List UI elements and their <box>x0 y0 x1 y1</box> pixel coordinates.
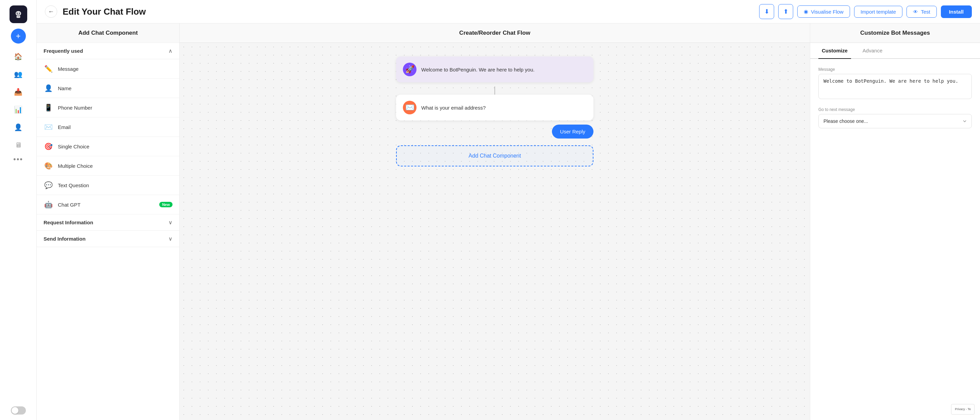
component-label-text-question: Text Question <box>58 183 89 188</box>
frequently-used-list: ✏️ Message 👤 Name 📱 Phone Number ✉️ Emai… <box>37 59 179 215</box>
install-label: Install <box>949 9 964 14</box>
phone-icon: 📱 <box>43 103 53 112</box>
component-label-phone: Phone Number <box>58 105 92 111</box>
name-icon: 👤 <box>43 83 53 93</box>
header-actions: ⬇ ⬆ ◉ Visualise Flow Import template 👁 T… <box>759 4 972 19</box>
tab-advance[interactable]: Advance <box>859 43 886 59</box>
back-arrow-icon: ← <box>48 8 54 15</box>
recaptcha-badge: Privacy - Te <box>951 404 975 415</box>
eye-icon: 👁 <box>913 9 918 14</box>
flow-canvas[interactable]: 🚀 Welcome to BotPenguin. We are here to … <box>180 43 810 420</box>
go-to-next-label: Go to next message <box>818 107 972 112</box>
frequently-used-label: Frequently used <box>43 48 83 54</box>
component-label-message: Message <box>58 66 79 72</box>
home-icon: 🏠 <box>14 52 22 60</box>
back-button[interactable]: ← <box>45 5 57 18</box>
add-chat-component-box[interactable]: Add Chat Component <box>396 145 593 166</box>
install-button[interactable]: Install <box>941 5 972 18</box>
header: ← Edit Your Chat Flow ⬇ ⬆ ◉ Visualise Fl… <box>37 0 980 24</box>
component-item-multiple-choice[interactable]: 🎨 Multiple Choice <box>37 156 179 176</box>
inbox-icon: 📥 <box>14 88 22 96</box>
new-badge: New <box>159 202 172 207</box>
contacts-nav-button[interactable]: 👥 <box>11 67 26 82</box>
left-panel-header: Add Chat Component <box>37 24 179 43</box>
welcome-node[interactable]: 🚀 Welcome to BotPenguin. We are here to … <box>396 57 593 83</box>
component-item-phone-number[interactable]: 📱 Phone Number <box>37 98 179 118</box>
middle-panel: Create/Reorder Chat Flow 🚀 Welcome to Bo… <box>180 24 810 420</box>
component-label-chat-gpt: Chat GPT <box>58 202 81 208</box>
send-information-section-header[interactable]: Send Information ∨ <box>37 231 179 247</box>
email-node-icon: ✉️ <box>403 101 417 115</box>
message-field: Message <box>818 67 972 100</box>
message-icon: ✏️ <box>43 64 53 73</box>
analytics-icon: 📊 <box>14 105 22 114</box>
visualise-label: Visualise Flow <box>811 9 843 14</box>
right-panel: Customize Bot Messages Customize Advance… <box>810 24 980 420</box>
single-choice-icon: 🎯 <box>43 142 53 151</box>
component-label-name: Name <box>58 86 72 91</box>
chevron-down-request-icon: ∨ <box>169 219 172 226</box>
download-icon: ⬇ <box>764 8 769 15</box>
download-button[interactable]: ⬇ <box>759 4 774 19</box>
svg-point-1 <box>16 11 21 16</box>
go-to-next-field: Go to next message Please choose one... <box>818 107 972 128</box>
multiple-choice-icon: 🎨 <box>43 161 53 170</box>
visualise-icon: ◉ <box>804 8 808 14</box>
middle-panel-header: Create/Reorder Chat Flow <box>180 24 810 43</box>
chat-gpt-icon: 🤖 <box>43 200 53 209</box>
more-button[interactable]: ••• <box>11 155 26 163</box>
request-information-label: Request Information <box>43 220 93 225</box>
add-button[interactable]: + <box>11 29 26 44</box>
upload-button[interactable]: ⬆ <box>778 4 793 19</box>
page-title: Edit Your Chat Flow <box>63 6 754 17</box>
svg-point-4 <box>17 13 18 14</box>
import-template-button[interactable]: Import template <box>854 6 902 18</box>
component-label-single-choice: Single Choice <box>58 144 89 150</box>
frequently-used-section-header[interactable]: Frequently used ∧ <box>37 43 179 59</box>
rocket-icon: 🚀 <box>403 63 417 76</box>
welcome-node-text: Welcome to BotPenguin. We are here to he… <box>421 67 535 73</box>
sidebar-logo <box>10 5 27 23</box>
component-item-single-choice[interactable]: 🎯 Single Choice <box>37 137 179 156</box>
monitor-nav-button[interactable]: 🖥 <box>11 137 26 153</box>
visualise-flow-button[interactable]: ◉ Visualise Flow <box>797 5 850 18</box>
right-panel-header: Customize Bot Messages <box>810 24 980 43</box>
main-container: ← Edit Your Chat Flow ⬇ ⬆ ◉ Visualise Fl… <box>37 0 980 420</box>
connector-line-1 <box>495 86 495 95</box>
message-input[interactable] <box>818 74 972 99</box>
inbox-nav-button[interactable]: 📥 <box>11 84 26 99</box>
component-label-multiple-choice: Multiple Choice <box>58 163 93 169</box>
chevron-down-send-icon: ∨ <box>169 235 172 242</box>
message-label: Message <box>818 67 972 72</box>
go-to-next-select[interactable]: Please choose one... <box>818 114 972 128</box>
import-label: Import template <box>861 9 896 14</box>
content-area: Add Chat Component Frequently used ∧ ✏️ … <box>37 24 980 420</box>
component-item-name[interactable]: 👤 Name <box>37 79 179 98</box>
plus-icon: + <box>16 31 21 41</box>
request-information-section-header[interactable]: Request Information ∨ <box>37 215 179 231</box>
email-node[interactable]: ✉️ What is your email address? <box>396 95 593 121</box>
component-item-message[interactable]: ✏️ Message <box>37 59 179 79</box>
right-panel-tabs: Customize Advance <box>810 43 980 59</box>
analytics-nav-button[interactable]: 📊 <box>11 102 26 117</box>
test-button[interactable]: 👁 Test <box>907 6 937 18</box>
theme-toggle[interactable] <box>11 406 26 415</box>
component-item-chat-gpt[interactable]: 🤖 Chat GPT New <box>37 195 179 215</box>
email-icon: ✉️ <box>43 122 53 132</box>
svg-point-5 <box>19 13 20 14</box>
email-node-text: What is your email address? <box>421 105 485 111</box>
chevron-up-icon: ∧ <box>169 48 172 54</box>
users-nav-button[interactable]: 👤 <box>11 120 26 135</box>
left-panel: Add Chat Component Frequently used ∧ ✏️ … <box>37 24 180 420</box>
monitor-icon: 🖥 <box>15 141 22 149</box>
component-item-text-question[interactable]: 💬 Text Question <box>37 176 179 195</box>
customize-form: Message Go to next message Please choose… <box>810 59 980 137</box>
tab-customize[interactable]: Customize <box>818 43 851 59</box>
users-icon: 👤 <box>14 123 22 131</box>
home-nav-button[interactable]: 🏠 <box>11 49 26 64</box>
component-item-email[interactable]: ✉️ Email <box>37 118 179 137</box>
svg-rect-7 <box>18 16 19 17</box>
send-information-label: Send Information <box>43 236 86 242</box>
test-label: Test <box>921 9 930 14</box>
contacts-icon: 👥 <box>14 70 22 78</box>
